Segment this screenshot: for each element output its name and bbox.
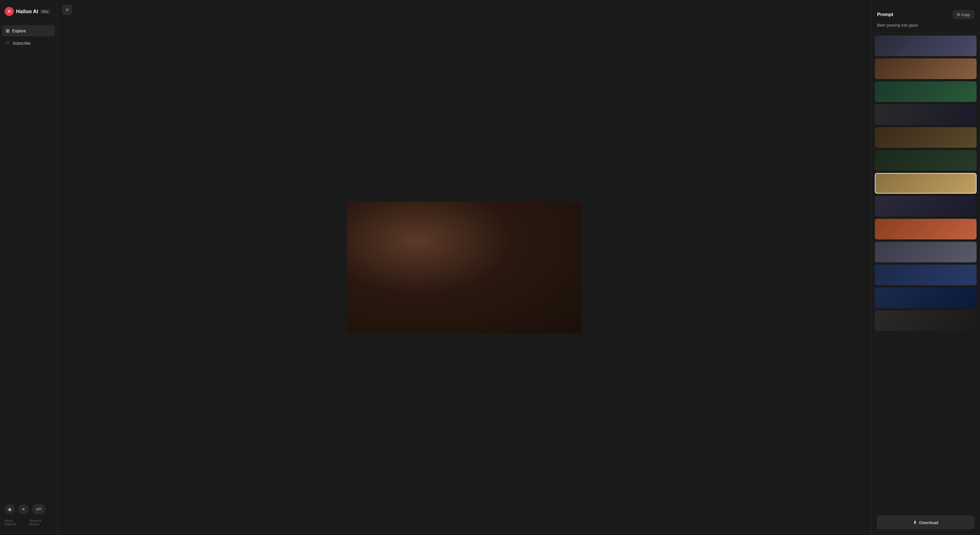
- sidebar-bottom: ◉ ✕ API About HailuoAI Terms of Service: [0, 500, 57, 530]
- thumbnail-2[interactable]: [875, 81, 977, 102]
- thumbnail-8[interactable]: [875, 219, 977, 240]
- twitter-icon: ✕: [22, 507, 25, 511]
- logo-icon: H: [5, 7, 14, 16]
- thumbnail-12[interactable]: [875, 310, 977, 331]
- prompt-text: Beer pouring into glass: [877, 22, 974, 29]
- sidebar-item-explore[interactable]: ⊞ Explore: [2, 25, 55, 37]
- sidebar-explore-label: Explore: [12, 29, 26, 33]
- close-icon: ✕: [65, 7, 69, 13]
- thumbnail-7[interactable]: [875, 196, 977, 216]
- twitter-button[interactable]: ✕: [18, 504, 29, 514]
- bg-layer: [347, 202, 582, 333]
- video-container: 海螺AI × MiniMax大模型: [347, 202, 582, 333]
- thumbnail-11[interactable]: [875, 287, 977, 308]
- app-name: Hailuo: [16, 9, 32, 14]
- copy-button[interactable]: ⧉ Copy: [953, 10, 974, 19]
- thumbnail-6-active[interactable]: [875, 173, 977, 194]
- discord-button[interactable]: ◉: [5, 504, 15, 514]
- sidebar-logo: H Hailuo AI Beta: [0, 5, 57, 23]
- social-links: ◉ ✕ API: [5, 504, 52, 514]
- api-button[interactable]: API: [32, 504, 46, 514]
- main-content: ✕: [57, 0, 871, 535]
- download-label: Download: [919, 520, 939, 525]
- copy-label: Copy: [961, 13, 970, 17]
- download-icon: ⬇: [913, 520, 917, 525]
- ai-label: AI: [33, 9, 38, 14]
- right-panel: Prompt ⧉ Copy Beer pouring into glass ⬇ …: [871, 0, 980, 535]
- sidebar: H Hailuo AI Beta ⊞ Explore ♡ Subscribe ◉…: [0, 0, 57, 535]
- thumbnail-1[interactable]: [875, 59, 977, 79]
- discord-icon: ◉: [8, 507, 11, 511]
- explore-icon: ⊞: [6, 28, 10, 33]
- thumbnail-0[interactable]: [875, 35, 977, 56]
- sidebar-nav: ⊞ Explore ♡ Subscribe: [0, 23, 57, 500]
- beta-badge: Beta: [40, 10, 50, 14]
- terms-link[interactable]: Terms of Service: [29, 519, 52, 526]
- copy-icon: ⧉: [957, 12, 960, 17]
- prompt-section: Prompt ⧉ Copy Beer pouring into glass: [872, 6, 980, 33]
- prompt-title: Prompt: [877, 12, 893, 17]
- thumbnail-9[interactable]: [875, 242, 977, 262]
- subscribe-icon: ♡: [6, 40, 10, 46]
- thumbnail-4[interactable]: [875, 127, 977, 148]
- beer-scene: 海螺AI × MiniMax大模型: [347, 202, 582, 333]
- download-button[interactable]: ⬇ Download: [877, 516, 974, 529]
- about-link[interactable]: About HailuoAI: [5, 519, 25, 526]
- thumbnails-list: [872, 33, 980, 511]
- thumbnail-5[interactable]: [875, 150, 977, 171]
- close-button[interactable]: ✕: [62, 5, 72, 15]
- thumbnail-10[interactable]: [875, 265, 977, 285]
- prompt-header: Prompt ⧉ Copy: [877, 10, 974, 19]
- sidebar-subscribe-label: Subscribe: [13, 41, 30, 46]
- thumbnail-3[interactable]: [875, 104, 977, 125]
- sidebar-item-subscribe[interactable]: ♡ Subscribe: [2, 38, 55, 49]
- footer-links: About HailuoAI Terms of Service: [5, 519, 52, 526]
- api-label: API: [36, 507, 41, 511]
